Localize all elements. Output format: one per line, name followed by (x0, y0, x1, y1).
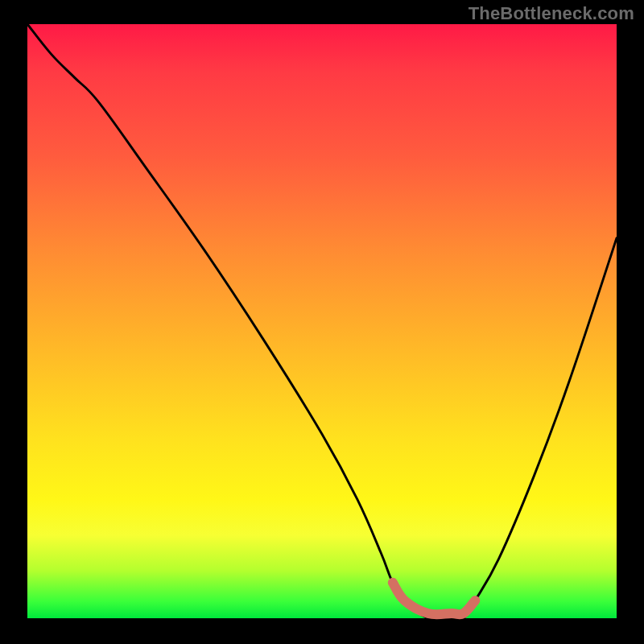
bottleneck-curve-svg (27, 24, 617, 618)
watermark-text: TheBottleneck.com (469, 3, 634, 24)
optimal-range-highlight (393, 583, 476, 615)
bottleneck-curve (27, 24, 617, 620)
chart-container: TheBottleneck.com (0, 0, 644, 644)
plot-area (27, 24, 617, 618)
